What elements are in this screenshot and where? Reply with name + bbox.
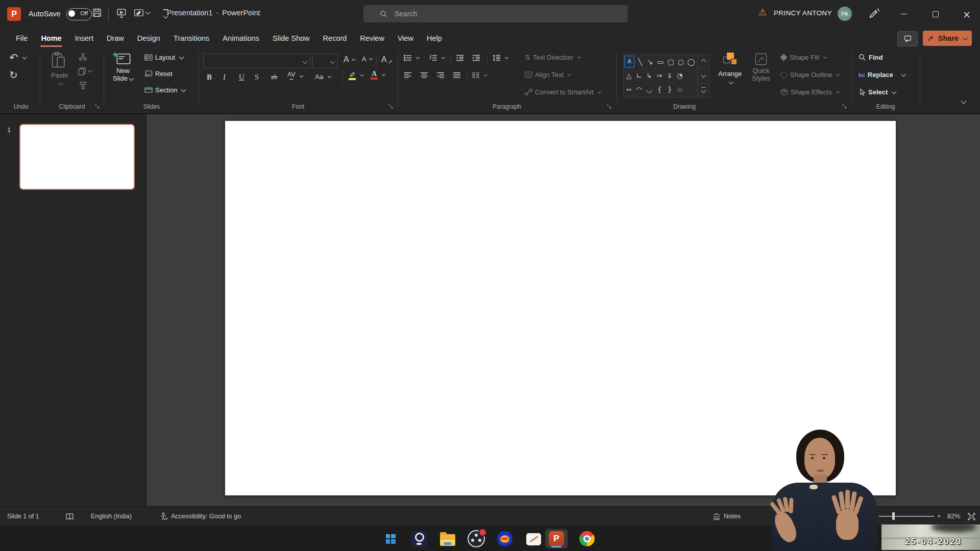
align-right-button[interactable] bbox=[436, 72, 445, 79]
shape-down-arrow[interactable]: ⇓ bbox=[665, 69, 675, 82]
shape-effects-button[interactable]: Shape Effects bbox=[780, 88, 839, 96]
tab-home[interactable]: Home bbox=[34, 28, 68, 48]
grow-font-button[interactable]: A bbox=[344, 55, 355, 64]
customize-slide-icon[interactable] bbox=[134, 8, 150, 17]
tab-insert[interactable]: Insert bbox=[68, 28, 100, 48]
user-name[interactable]: PRINCY ANTONY bbox=[774, 9, 832, 17]
comments-button[interactable] bbox=[897, 31, 918, 46]
shape-circle[interactable]: ◯ bbox=[686, 55, 696, 68]
slide-indicator[interactable]: Slide 1 of 1 bbox=[7, 507, 39, 526]
taskbar-annotation-app[interactable] bbox=[522, 529, 545, 548]
shape-left-brace[interactable]: { bbox=[654, 83, 665, 96]
redo-button[interactable]: ↻ bbox=[9, 69, 18, 81]
shape-arc[interactable]: ◡ bbox=[644, 83, 654, 96]
collapse-ribbon-button[interactable] bbox=[960, 97, 966, 105]
zoom-slider-thumb[interactable] bbox=[892, 512, 895, 520]
font-color-button[interactable]: A bbox=[371, 71, 385, 80]
bullets-button[interactable] bbox=[404, 55, 419, 61]
paste-button[interactable]: Paste bbox=[51, 52, 68, 87]
tab-draw[interactable]: Draw bbox=[100, 28, 131, 48]
zoom-in-button[interactable]: + bbox=[937, 507, 941, 526]
shape-line-arrow[interactable]: ↘ bbox=[645, 55, 655, 68]
shape-gallery-scroll-up[interactable] bbox=[698, 55, 709, 69]
find-button[interactable]: Find bbox=[859, 54, 883, 61]
search-box[interactable] bbox=[363, 5, 628, 22]
tab-design[interactable]: Design bbox=[131, 28, 167, 48]
reset-button[interactable]: Reset bbox=[144, 70, 173, 78]
tab-animations[interactable]: Animations bbox=[216, 28, 266, 48]
tab-transitions[interactable]: Transitions bbox=[167, 28, 216, 48]
shape-right-brace[interactable]: } bbox=[665, 83, 675, 96]
section-button[interactable]: Section bbox=[144, 86, 185, 94]
justify-button[interactable] bbox=[453, 72, 461, 79]
text-shadow-button[interactable]: S bbox=[255, 73, 259, 82]
paragraph-dialog-launcher[interactable] bbox=[607, 104, 612, 109]
numbering-button[interactable] bbox=[429, 55, 445, 61]
shape-right-arrow[interactable]: ⇒ bbox=[654, 69, 665, 82]
character-spacing-button[interactable]: AV ↔ bbox=[287, 72, 303, 81]
align-center-button[interactable] bbox=[420, 72, 428, 79]
highlight-color-button[interactable] bbox=[349, 71, 363, 80]
start-slideshow-icon[interactable] bbox=[116, 8, 127, 18]
taskbar-chrome[interactable] bbox=[576, 529, 598, 548]
drawing-dialog-launcher[interactable] bbox=[842, 104, 847, 109]
undo-button[interactable]: ↶ bbox=[9, 52, 26, 64]
format-painter-button[interactable] bbox=[79, 81, 87, 90]
arrange-button[interactable]: Arrange bbox=[715, 53, 745, 85]
zoom-level[interactable]: 82% bbox=[947, 507, 960, 526]
shape-rounded-rectangle[interactable]: ▢ bbox=[666, 55, 676, 68]
shape-gallery-more[interactable] bbox=[698, 84, 709, 97]
font-dialog-launcher[interactable] bbox=[388, 104, 394, 109]
shape-scribble[interactable]: ∾ bbox=[624, 83, 634, 96]
align-text-button[interactable]: Align Text bbox=[525, 71, 571, 79]
columns-button[interactable] bbox=[472, 72, 487, 79]
increase-indent-button[interactable] bbox=[472, 55, 480, 61]
tab-review[interactable]: Review bbox=[353, 28, 391, 48]
cut-button[interactable] bbox=[79, 53, 87, 61]
shape-star[interactable]: ☆ bbox=[675, 83, 685, 96]
slide-thumbnail[interactable] bbox=[19, 124, 135, 190]
shape-text-box[interactable]: A bbox=[624, 56, 634, 68]
shape-elbow-arrow-connector[interactable]: ↳ bbox=[644, 69, 654, 82]
quick-styles-button[interactable]: Quick Styles bbox=[747, 53, 775, 82]
warning-icon[interactable]: ⚠ bbox=[758, 7, 767, 17]
replace-button[interactable]: bc Replace bbox=[859, 71, 905, 79]
layout-button[interactable]: Layout bbox=[144, 54, 183, 61]
close-button[interactable]: × bbox=[955, 0, 978, 28]
shape-line[interactable]: ╲ bbox=[635, 55, 645, 68]
underline-button[interactable]: U bbox=[239, 73, 244, 82]
italic-button[interactable]: I bbox=[223, 73, 226, 82]
accessibility-checker[interactable]: Accessibility: Good to go bbox=[159, 507, 241, 526]
tab-file[interactable]: File bbox=[9, 28, 34, 48]
taskbar-obs-studio[interactable] bbox=[465, 529, 487, 548]
restore-button[interactable] bbox=[924, 0, 947, 28]
taskbar-start-button[interactable] bbox=[379, 529, 402, 548]
line-spacing-button[interactable] bbox=[493, 55, 508, 61]
bold-button[interactable]: B bbox=[207, 73, 212, 82]
decrease-indent-button[interactable] bbox=[456, 55, 464, 61]
minimize-button[interactable] bbox=[892, 0, 916, 28]
shape-curve[interactable]: ◠ bbox=[634, 83, 644, 96]
autosave-toggle[interactable]: Off bbox=[66, 8, 92, 20]
shrink-font-button[interactable]: A bbox=[362, 55, 372, 63]
avatar[interactable]: PA bbox=[838, 7, 852, 21]
paste-dropdown[interactable] bbox=[51, 79, 68, 87]
shape-rectangle[interactable]: ▭ bbox=[655, 55, 666, 68]
new-slide-button[interactable]: New Slide bbox=[113, 52, 133, 82]
fit-slide-to-window-button[interactable] bbox=[967, 507, 976, 526]
save-icon[interactable] bbox=[92, 8, 102, 17]
taskbar-powerpoint[interactable]: P bbox=[545, 529, 568, 548]
pen-tools-icon[interactable] bbox=[868, 8, 880, 20]
tab-view[interactable]: View bbox=[391, 28, 420, 48]
search-input[interactable] bbox=[394, 9, 628, 18]
convert-to-smartart-button[interactable]: Convert to SmartArt bbox=[525, 88, 601, 96]
copy-button[interactable] bbox=[78, 67, 91, 76]
shape-outline-button[interactable]: Shape Outline bbox=[780, 71, 839, 79]
shape-elbow-connector[interactable]: ∟ bbox=[634, 69, 644, 82]
language-indicator[interactable]: English (India) bbox=[91, 507, 132, 526]
font-name-combobox[interactable] bbox=[203, 54, 310, 68]
tab-help[interactable]: Help bbox=[420, 28, 449, 48]
spell-check-button[interactable] bbox=[65, 507, 74, 526]
shape-pie[interactable]: ◔ bbox=[675, 69, 685, 82]
clipboard-dialog-launcher[interactable] bbox=[95, 104, 100, 109]
